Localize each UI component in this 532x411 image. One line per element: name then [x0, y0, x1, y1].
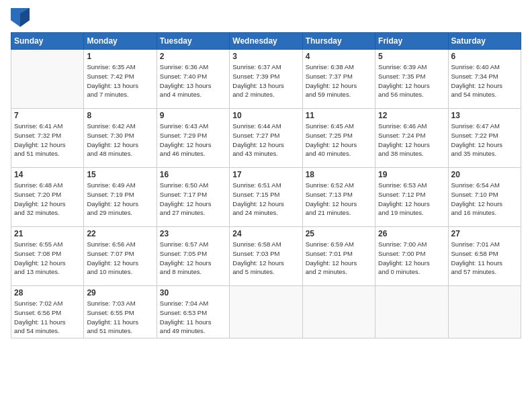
day-cell: 18Sunrise: 6:52 AM Sunset: 7:13 PM Dayli… [302, 168, 375, 227]
day-cell: 29Sunrise: 7:03 AM Sunset: 6:55 PM Dayli… [84, 286, 157, 338]
day-number: 15 [87, 170, 153, 179]
day-cell: 14Sunrise: 6:48 AM Sunset: 7:20 PM Dayli… [11, 168, 84, 227]
day-info: Sunrise: 7:04 AM Sunset: 6:53 PM Dayligh… [160, 299, 226, 336]
day-cell: 2Sunrise: 6:36 AM Sunset: 7:40 PM Daylig… [157, 50, 229, 109]
day-info: Sunrise: 6:53 AM Sunset: 7:12 PM Dayligh… [378, 181, 445, 218]
day-cell: 24Sunrise: 6:58 AM Sunset: 7:03 PM Dayli… [230, 227, 302, 286]
day-info: Sunrise: 6:50 AM Sunset: 7:17 PM Dayligh… [160, 181, 226, 218]
day-info: Sunrise: 6:54 AM Sunset: 7:10 PM Dayligh… [451, 181, 518, 218]
day-info: Sunrise: 7:00 AM Sunset: 7:00 PM Dayligh… [378, 240, 445, 277]
day-number: 27 [451, 229, 518, 238]
day-info: Sunrise: 6:43 AM Sunset: 7:29 PM Dayligh… [160, 122, 226, 158]
day-cell: 20Sunrise: 6:54 AM Sunset: 7:10 PM Dayli… [448, 168, 521, 227]
day-cell: 16Sunrise: 6:50 AM Sunset: 7:17 PM Dayli… [157, 168, 229, 227]
day-number: 7 [14, 111, 81, 120]
day-cell [230, 286, 302, 338]
day-info: Sunrise: 6:58 AM Sunset: 7:03 PM Dayligh… [232, 240, 299, 277]
day-number: 12 [378, 111, 445, 120]
day-header-wednesday: Wednesday [230, 33, 302, 50]
day-cell: 4Sunrise: 6:38 AM Sunset: 7:37 PM Daylig… [302, 50, 375, 109]
calendar-header-row: SundayMondayTuesdayWednesdayThursdayFrid… [11, 33, 521, 50]
day-cell: 5Sunrise: 6:39 AM Sunset: 7:35 PM Daylig… [375, 50, 448, 109]
day-cell: 8Sunrise: 6:42 AM Sunset: 7:30 PM Daylig… [84, 109, 157, 168]
day-cell: 3Sunrise: 6:37 AM Sunset: 7:39 PM Daylig… [230, 50, 302, 109]
day-info: Sunrise: 6:51 AM Sunset: 7:15 PM Dayligh… [232, 181, 299, 218]
day-cell: 19Sunrise: 6:53 AM Sunset: 7:12 PM Dayli… [375, 168, 448, 227]
day-info: Sunrise: 7:02 AM Sunset: 6:56 PM Dayligh… [14, 299, 81, 336]
day-cell: 23Sunrise: 6:57 AM Sunset: 7:05 PM Dayli… [157, 227, 229, 286]
day-info: Sunrise: 7:03 AM Sunset: 6:55 PM Dayligh… [87, 299, 153, 336]
day-number: 29 [87, 288, 153, 298]
day-number: 14 [14, 170, 81, 179]
day-cell [448, 286, 521, 338]
day-header-monday: Monday [84, 33, 157, 50]
day-number: 21 [14, 229, 81, 238]
day-cell: 30Sunrise: 7:04 AM Sunset: 6:53 PM Dayli… [157, 286, 229, 338]
day-cell: 6Sunrise: 6:40 AM Sunset: 7:34 PM Daylig… [448, 50, 521, 109]
day-number: 26 [378, 229, 445, 238]
logo-icon [11, 8, 30, 27]
day-header-tuesday: Tuesday [157, 33, 229, 50]
day-number: 19 [378, 170, 445, 179]
day-cell: 12Sunrise: 6:46 AM Sunset: 7:24 PM Dayli… [375, 109, 448, 168]
day-cell: 17Sunrise: 6:51 AM Sunset: 7:15 PM Dayli… [230, 168, 302, 227]
week-row-2: 14Sunrise: 6:48 AM Sunset: 7:20 PM Dayli… [11, 168, 521, 227]
day-info: Sunrise: 6:55 AM Sunset: 7:08 PM Dayligh… [14, 240, 81, 277]
day-cell: 10Sunrise: 6:44 AM Sunset: 7:27 PM Dayli… [230, 109, 302, 168]
day-number: 6 [451, 52, 518, 61]
day-number: 18 [306, 170, 372, 179]
day-number: 20 [451, 170, 518, 179]
day-cell: 28Sunrise: 7:02 AM Sunset: 6:56 PM Dayli… [11, 286, 84, 338]
day-number: 13 [451, 111, 518, 120]
day-info: Sunrise: 6:47 AM Sunset: 7:22 PM Dayligh… [451, 122, 518, 158]
day-info: Sunrise: 7:01 AM Sunset: 6:58 PM Dayligh… [451, 240, 518, 277]
day-cell: 1Sunrise: 6:35 AM Sunset: 7:42 PM Daylig… [84, 50, 157, 109]
day-cell: 25Sunrise: 6:59 AM Sunset: 7:01 PM Dayli… [302, 227, 375, 286]
day-header-saturday: Saturday [448, 33, 521, 50]
day-cell [11, 50, 84, 109]
day-info: Sunrise: 6:42 AM Sunset: 7:30 PM Dayligh… [87, 122, 153, 158]
day-cell: 26Sunrise: 7:00 AM Sunset: 7:00 PM Dayli… [375, 227, 448, 286]
page: SundayMondayTuesdayWednesdayThursdayFrid… [0, 0, 532, 411]
day-info: Sunrise: 6:56 AM Sunset: 7:07 PM Dayligh… [87, 240, 153, 277]
day-info: Sunrise: 6:45 AM Sunset: 7:25 PM Dayligh… [306, 122, 372, 158]
day-info: Sunrise: 6:39 AM Sunset: 7:35 PM Dayligh… [378, 62, 445, 99]
day-number: 17 [232, 170, 299, 179]
day-number: 4 [306, 52, 372, 61]
day-cell [375, 286, 448, 338]
day-cell: 15Sunrise: 6:49 AM Sunset: 7:19 PM Dayli… [84, 168, 157, 227]
day-header-thursday: Thursday [302, 33, 375, 50]
day-info: Sunrise: 6:40 AM Sunset: 7:34 PM Dayligh… [451, 62, 518, 99]
day-number: 11 [306, 111, 372, 120]
day-number: 2 [160, 52, 226, 61]
day-cell: 11Sunrise: 6:45 AM Sunset: 7:25 PM Dayli… [302, 109, 375, 168]
day-cell [302, 286, 375, 338]
day-info: Sunrise: 6:48 AM Sunset: 7:20 PM Dayligh… [14, 181, 81, 218]
week-row-3: 21Sunrise: 6:55 AM Sunset: 7:08 PM Dayli… [11, 227, 521, 286]
day-header-friday: Friday [375, 33, 448, 50]
day-number: 8 [87, 111, 153, 120]
day-info: Sunrise: 6:46 AM Sunset: 7:24 PM Dayligh… [378, 122, 445, 158]
day-cell: 22Sunrise: 6:56 AM Sunset: 7:07 PM Dayli… [84, 227, 157, 286]
day-cell: 27Sunrise: 7:01 AM Sunset: 6:58 PM Dayli… [448, 227, 521, 286]
day-number: 25 [306, 229, 372, 238]
day-header-sunday: Sunday [11, 33, 84, 50]
day-info: Sunrise: 6:36 AM Sunset: 7:40 PM Dayligh… [160, 62, 226, 99]
week-row-1: 7Sunrise: 6:41 AM Sunset: 7:32 PM Daylig… [11, 109, 521, 168]
day-number: 22 [87, 229, 153, 238]
day-cell: 9Sunrise: 6:43 AM Sunset: 7:29 PM Daylig… [157, 109, 229, 168]
day-info: Sunrise: 6:57 AM Sunset: 7:05 PM Dayligh… [160, 240, 226, 277]
week-row-0: 1Sunrise: 6:35 AM Sunset: 7:42 PM Daylig… [11, 50, 521, 109]
week-row-4: 28Sunrise: 7:02 AM Sunset: 6:56 PM Dayli… [11, 286, 521, 338]
day-cell: 13Sunrise: 6:47 AM Sunset: 7:22 PM Dayli… [448, 109, 521, 168]
day-info: Sunrise: 6:37 AM Sunset: 7:39 PM Dayligh… [232, 62, 299, 99]
day-number: 16 [160, 170, 226, 179]
day-cell: 21Sunrise: 6:55 AM Sunset: 7:08 PM Dayli… [11, 227, 84, 286]
day-info: Sunrise: 6:44 AM Sunset: 7:27 PM Dayligh… [232, 122, 299, 158]
calendar-table: SundayMondayTuesdayWednesdayThursdayFrid… [11, 32, 521, 338]
day-number: 10 [232, 111, 299, 120]
day-number: 24 [232, 229, 299, 238]
day-info: Sunrise: 6:41 AM Sunset: 7:32 PM Dayligh… [14, 122, 81, 158]
day-number: 23 [160, 229, 226, 238]
day-number: 3 [232, 52, 299, 61]
